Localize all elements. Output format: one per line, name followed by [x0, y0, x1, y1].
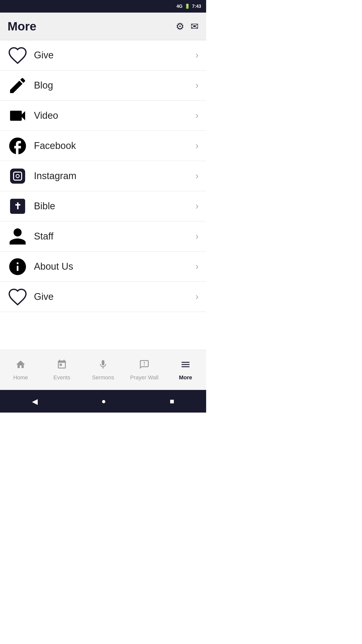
- give-icon-wrap: [8, 45, 28, 65]
- menu-item-staff[interactable]: Staff ›: [0, 221, 206, 252]
- person-icon: [8, 226, 28, 247]
- bible-label: Bible: [34, 201, 195, 212]
- menu-item-blog[interactable]: Blog ›: [0, 70, 206, 101]
- blog-icon-wrap: [8, 75, 28, 96]
- bible-icon: ✝: [10, 199, 25, 214]
- facebook-icon-wrap: [8, 136, 28, 156]
- give-2-chevron: ›: [195, 291, 199, 302]
- events-nav-label: Events: [53, 374, 70, 381]
- facebook-chevron: ›: [195, 140, 199, 151]
- video-camera-icon: [8, 106, 28, 126]
- sermons-nav-icon: [98, 359, 108, 372]
- give-2-icon-wrap: [8, 287, 28, 307]
- staff-chevron: ›: [195, 231, 199, 242]
- video-chevron: ›: [195, 110, 199, 121]
- header: More ⚙ ✉: [0, 13, 206, 40]
- instagram-icon: [10, 169, 25, 184]
- instagram-label: Instagram: [34, 171, 195, 181]
- video-icon-wrap: [8, 106, 28, 126]
- blog-chevron: ›: [195, 80, 199, 91]
- more-nav-label: More: [179, 374, 192, 381]
- menu-item-give-1[interactable]: Give ›: [0, 40, 206, 70]
- settings-icon[interactable]: ⚙: [176, 21, 184, 32]
- status-icons: 4G 🔋 7:43: [176, 4, 201, 9]
- menu-item-facebook[interactable]: Facebook ›: [0, 131, 206, 161]
- blog-label: Blog: [34, 80, 195, 91]
- menu-item-give-2[interactable]: Give ›: [0, 282, 206, 312]
- prayer-wall-nav-icon: [139, 359, 150, 372]
- nav-item-more[interactable]: More: [165, 359, 206, 381]
- video-label: Video: [34, 110, 195, 121]
- about-icon-wrap: [8, 257, 28, 277]
- nav-item-events[interactable]: Events: [41, 359, 82, 381]
- nav-item-prayer-wall[interactable]: Prayer Wall: [124, 359, 165, 381]
- android-nav-bar: ◀ ● ■: [0, 390, 206, 413]
- sermons-nav-label: Sermons: [92, 374, 114, 381]
- heart-outline-icon: [8, 45, 28, 65]
- nav-item-sermons[interactable]: Sermons: [82, 359, 124, 381]
- pencil-icon: [8, 75, 28, 96]
- bible-icon-wrap: ✝: [8, 199, 28, 214]
- menu-item-video[interactable]: Video ›: [0, 101, 206, 131]
- give-2-label: Give: [34, 291, 195, 302]
- header-actions: ⚙ ✉: [176, 21, 199, 32]
- menu-item-about[interactable]: About Us ›: [0, 252, 206, 282]
- info-icon: [8, 257, 28, 277]
- about-chevron: ›: [195, 261, 199, 272]
- staff-label: Staff: [34, 231, 195, 242]
- events-nav-icon: [57, 359, 67, 372]
- prayer-wall-nav-label: Prayer Wall: [130, 374, 159, 381]
- signal-icon: 4G: [176, 4, 183, 9]
- android-back-button[interactable]: ◀: [32, 397, 38, 406]
- staff-icon-wrap: [8, 226, 28, 247]
- bottom-nav: Home Events Sermons Prayer Wall: [0, 350, 206, 390]
- heart-outline-2-icon: [8, 287, 28, 307]
- menu-item-instagram[interactable]: Instagram ›: [0, 161, 206, 191]
- facebook-label: Facebook: [34, 140, 195, 151]
- instagram-chevron: ›: [195, 171, 199, 181]
- about-label: About Us: [34, 261, 195, 272]
- menu-list: Give › Blog › Video › Facebook ›: [0, 40, 206, 350]
- nav-item-home[interactable]: Home: [0, 359, 41, 381]
- message-icon[interactable]: ✉: [191, 21, 199, 32]
- battery-icon: 🔋: [185, 4, 190, 9]
- instagram-icon-wrap: [8, 169, 28, 184]
- status-bar: 4G 🔋 7:43: [0, 0, 206, 13]
- android-home-button[interactable]: ●: [101, 397, 106, 406]
- time-display: 7:43: [192, 4, 201, 9]
- give-1-label: Give: [34, 50, 195, 61]
- facebook-icon: [8, 136, 28, 156]
- home-nav-icon: [15, 359, 26, 372]
- more-nav-icon: [180, 359, 191, 372]
- page-title: More: [8, 19, 36, 33]
- android-recent-button[interactable]: ■: [170, 397, 174, 406]
- bible-chevron: ›: [195, 201, 199, 212]
- menu-item-bible[interactable]: ✝ Bible ›: [0, 191, 206, 221]
- home-nav-label: Home: [13, 374, 28, 381]
- give-1-chevron: ›: [195, 50, 199, 61]
